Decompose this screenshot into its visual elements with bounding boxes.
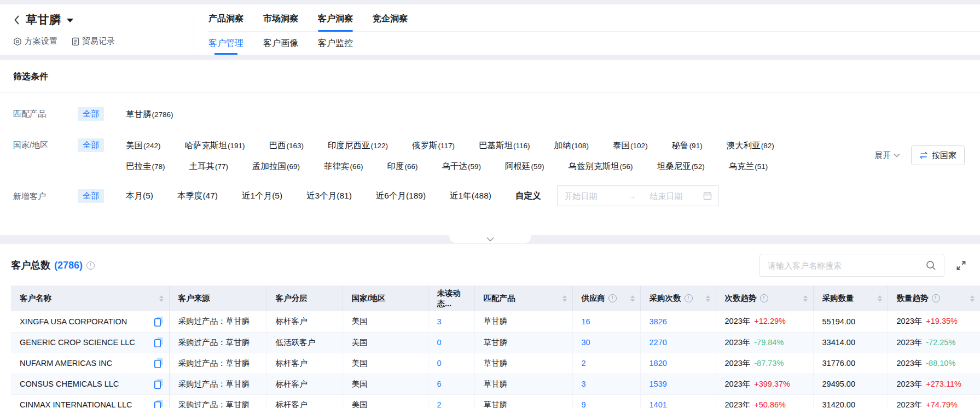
company-report-icon[interactable] — [154, 378, 164, 389]
table-row[interactable]: XINGFA USA CORPORATION 采购过产品：草甘膦 标杆客户 美国… — [11, 311, 980, 332]
table-row[interactable]: CONSUS CHEMICALS LLC 采购过产品：草甘膦 标杆客户 美国 6… — [11, 374, 980, 394]
period-option[interactable]: 近3个月(81) — [306, 190, 352, 202]
country-option[interactable]: 哈萨克斯坦(191) — [185, 140, 245, 151]
period-option[interactable]: 本月(5) — [126, 190, 153, 202]
country-option[interactable]: 印度(66) — [387, 161, 418, 172]
info-icon[interactable]: ! — [608, 294, 617, 302]
subtab-customer-management[interactable]: 客户管理 — [208, 32, 243, 55]
country-option[interactable]: 美国(242) — [126, 140, 161, 151]
info-icon[interactable]: ! — [760, 294, 768, 302]
sort-icon[interactable] — [878, 295, 882, 302]
country-option[interactable]: 土耳其(77) — [189, 161, 229, 172]
subtab-customer-monitor[interactable]: 客户监控 — [318, 32, 353, 55]
country-option[interactable]: 阿根廷(59) — [505, 161, 544, 172]
country-option[interactable]: 乌克兰(51) — [729, 161, 768, 172]
tab-product-insight[interactable]: 产品洞察 — [208, 13, 243, 25]
country-option[interactable]: 乌兹别克斯坦(56) — [569, 161, 633, 172]
customer-name[interactable]: CINMAX INTERNATIONAL LLC — [20, 400, 132, 408]
customer-name[interactable]: NUFARM AMERICAS INC — [20, 359, 112, 368]
purchase-count-link[interactable]: 1401 — [640, 394, 716, 408]
purchase-count-link[interactable]: 1539 — [640, 374, 716, 394]
purchase-count-link[interactable]: 3826 — [640, 311, 716, 332]
country-all-chip[interactable]: 全部 — [78, 138, 104, 152]
sort-icon[interactable] — [563, 295, 567, 302]
sort-icon[interactable] — [630, 295, 635, 302]
unread-count-link[interactable]: 0 — [428, 353, 474, 374]
suppliers-link[interactable]: 3 — [572, 374, 640, 394]
country-option[interactable]: 加纳(108) — [554, 140, 589, 151]
trend-year: 2023年 — [897, 338, 923, 347]
suppliers-link[interactable]: 30 — [572, 332, 640, 353]
sort-icon[interactable] — [706, 295, 710, 302]
back-button[interactable] — [13, 15, 20, 25]
product-dropdown-caret-icon[interactable] — [67, 19, 73, 22]
country-option[interactable]: 巴西(163) — [269, 140, 304, 151]
trade-records-button[interactable]: 贸易记录 — [72, 36, 115, 46]
collapse-filter-button[interactable] — [449, 235, 531, 243]
table-row[interactable]: NUFARM AMERICAS INC 采购过产品：草甘膦 标杆客户 美国 0 … — [11, 353, 980, 374]
company-report-icon[interactable] — [154, 316, 164, 327]
table-row[interactable]: GENERIC CROP SCIENCE LLC 采购过产品：草甘膦 低活跃客户… — [11, 332, 980, 353]
sort-icon[interactable] — [159, 295, 164, 302]
title-block: 草甘膦 方案设置 贸易记录 — [0, 4, 194, 55]
info-icon[interactable]: ! — [685, 294, 693, 302]
scheme-settings-button[interactable]: 方案设置 — [13, 36, 57, 46]
country-option[interactable]: 孟加拉国(69) — [252, 161, 300, 172]
company-report-icon[interactable] — [154, 358, 164, 369]
by-country-toggle-button[interactable]: 按国家 — [911, 145, 965, 165]
customer-name[interactable]: XINGFA USA CORPORATION — [20, 317, 127, 326]
suppliers-link[interactable]: 9 — [572, 394, 640, 408]
subtab-customer-profile[interactable]: 客户画像 — [263, 32, 298, 55]
customer-search-input[interactable] — [768, 261, 926, 270]
start-date-input[interactable] — [564, 191, 614, 201]
company-report-icon[interactable] — [154, 399, 164, 408]
sort-icon[interactable] — [970, 295, 975, 302]
country-option[interactable]: 秘鲁(91) — [672, 140, 703, 151]
calendar-icon — [703, 191, 712, 200]
purchase-count-link[interactable]: 2270 — [640, 332, 716, 353]
country-option[interactable]: 印度尼西亚(122) — [328, 140, 388, 151]
customer-name[interactable]: CONSUS CHEMICALS LLC — [20, 380, 119, 388]
period-option[interactable]: 近1年(488) — [450, 190, 491, 202]
search-icon[interactable] — [926, 260, 936, 271]
tab-customer-insight[interactable]: 客户洞察 — [318, 13, 353, 25]
suppliers-link[interactable]: 2 — [572, 353, 640, 374]
period-option[interactable]: 本季度(47) — [177, 190, 218, 202]
country-option[interactable]: 澳大利亚(82) — [727, 140, 774, 151]
suppliers-link[interactable]: 16 — [572, 311, 640, 332]
product-option[interactable]: 草甘膦(2786) — [126, 109, 173, 120]
country-option[interactable]: 巴基斯坦(116) — [479, 140, 530, 151]
purchase-qty: 55194.00 — [813, 311, 888, 332]
expand-countries-button[interactable]: 展开 — [874, 150, 900, 161]
date-range-picker[interactable]: → — [557, 185, 719, 206]
sort-icon[interactable] — [803, 295, 808, 302]
top-header: 草甘膦 方案设置 贸易记录 产品洞察 市场洞察 客户洞察 竞企洞察 — [0, 4, 980, 55]
info-icon[interactable]: ! — [86, 261, 95, 270]
tab-competitor-insight[interactable]: 竞企洞察 — [373, 13, 408, 25]
unread-count-link[interactable]: 3 — [428, 311, 474, 332]
tab-market-insight[interactable]: 市场洞察 — [263, 13, 298, 25]
country-option[interactable]: 泰国(102) — [613, 140, 648, 151]
country-option[interactable]: 俄罗斯(117) — [412, 140, 455, 151]
country-option[interactable]: 菲律宾(66) — [324, 161, 363, 172]
country-option[interactable]: 坦桑尼亚(52) — [657, 161, 705, 172]
country-option[interactable]: 巴拉圭(78) — [126, 161, 165, 172]
purchase-count-link[interactable]: 1820 — [640, 353, 716, 374]
company-report-icon[interactable] — [154, 337, 164, 348]
trend-percent: -88.10% — [926, 359, 955, 368]
product-all-chip[interactable]: 全部 — [78, 107, 104, 121]
customer-search-box[interactable] — [759, 254, 944, 277]
customer-name[interactable]: GENERIC CROP SCIENCE LLC — [20, 338, 135, 347]
table-row[interactable]: CINMAX INTERNATIONAL LLC 采购过产品：草甘膦 标杆客户 … — [11, 394, 980, 408]
unread-count-link[interactable]: 6 — [428, 374, 474, 394]
period-option[interactable]: 近1个月(5) — [242, 190, 282, 202]
new-customer-all-chip[interactable]: 全部 — [78, 189, 104, 203]
unread-count-link[interactable]: 0 — [428, 332, 474, 353]
custom-period-option[interactable]: 自定义 — [515, 190, 541, 202]
unread-count-link[interactable]: 2 — [428, 394, 474, 408]
country-option[interactable]: 乌干达(59) — [442, 161, 482, 172]
period-option[interactable]: 近6个月(189) — [376, 190, 426, 202]
end-date-input[interactable] — [650, 191, 700, 201]
info-icon[interactable]: ! — [932, 294, 940, 302]
fullscreen-icon[interactable] — [955, 260, 967, 271]
